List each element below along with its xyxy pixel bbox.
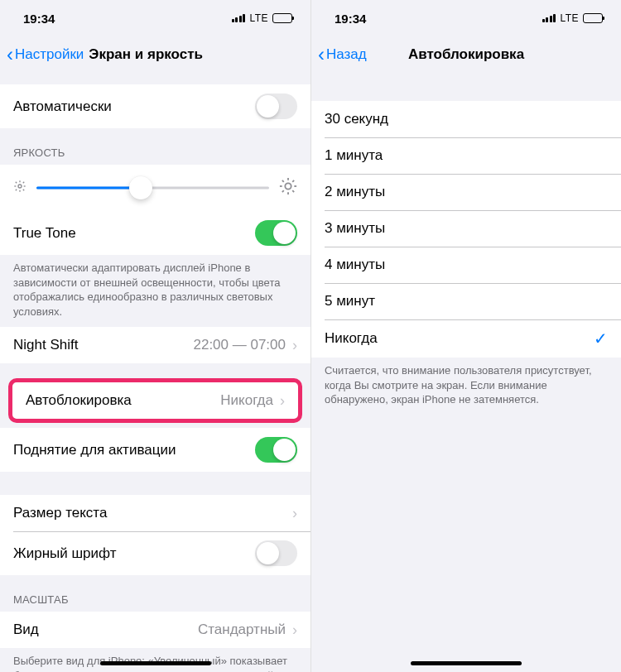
option-label: 4 минуты xyxy=(325,257,385,273)
row-view[interactable]: Вид Стандартный › xyxy=(0,612,310,648)
sun-large-icon xyxy=(279,177,297,199)
row-value: Стандартный xyxy=(198,622,286,638)
content: Автоматически ЯРКОСТЬ True Tone xyxy=(0,73,310,672)
row-value: 22:00 — 07:00 xyxy=(193,337,286,353)
group-header-brightness: ЯРКОСТЬ xyxy=(0,128,310,165)
footer-autolock: Считается, что внимание пользователя при… xyxy=(311,358,621,415)
group-night-shift: Night Shift 22:00 — 07:00 › xyxy=(0,327,310,363)
footer-true-tone: Автоматически адаптировать дисплей iPhon… xyxy=(0,255,310,327)
toggle-raise-to-wake[interactable] xyxy=(255,437,297,463)
row-label: True Tone xyxy=(13,225,76,242)
back-label: Настройки xyxy=(15,46,84,63)
group-autolock-options: 30 секунд1 минута2 минуты3 минуты4 минут… xyxy=(311,101,621,358)
row-true-tone[interactable]: True Tone xyxy=(0,211,310,255)
option-row[interactable]: 30 секунд xyxy=(311,101,621,137)
svg-line-16 xyxy=(282,190,284,192)
option-row[interactable]: 1 минута xyxy=(311,137,621,174)
row-value: Никогда xyxy=(220,392,273,409)
option-label: Никогда xyxy=(325,330,378,347)
battery-icon xyxy=(272,13,292,23)
status-time: 19:34 xyxy=(23,12,55,26)
svg-line-12 xyxy=(282,180,284,182)
group-brightness: True Tone xyxy=(0,165,310,255)
chevron-left-icon: ‹ xyxy=(7,45,13,65)
group-text: Размер текста › Жирный шрифт xyxy=(0,495,310,575)
brightness-slider[interactable] xyxy=(36,176,269,199)
network-label: LTE xyxy=(249,12,268,24)
chevron-right-icon: › xyxy=(292,505,297,522)
home-indicator[interactable] xyxy=(411,661,522,665)
checkmark-icon: ✓ xyxy=(594,329,608,348)
chevron-right-icon: › xyxy=(292,622,297,639)
status-bar: 19:34 LTE xyxy=(0,0,310,36)
status-time: 19:34 xyxy=(335,12,366,26)
option-row[interactable]: Никогда✓ xyxy=(311,319,621,358)
option-label: 1 минута xyxy=(325,147,383,164)
option-row[interactable]: 2 минуты xyxy=(311,174,621,210)
option-row[interactable]: 4 минуты xyxy=(311,247,621,283)
option-label: 2 минуты xyxy=(325,184,385,200)
svg-point-0 xyxy=(18,185,22,188)
sun-small-icon xyxy=(13,180,26,196)
back-button[interactable]: ‹ Назад xyxy=(318,45,367,65)
status-right: LTE xyxy=(232,12,292,24)
group-raise: Поднятие для активации xyxy=(0,428,310,472)
row-night-shift[interactable]: Night Shift 22:00 — 07:00 › xyxy=(0,327,310,363)
nav-bar: ‹ Назад Автоблокировка xyxy=(311,36,621,73)
svg-line-13 xyxy=(292,190,294,192)
home-indicator[interactable] xyxy=(100,661,211,665)
row-label: Автоматически xyxy=(13,98,112,115)
signal-icon xyxy=(232,14,246,22)
option-label: 30 секунд xyxy=(325,111,388,127)
screen-display-brightness: 19:34 LTE ‹ Настройки Экран и яркость Ав… xyxy=(0,0,310,672)
svg-line-17 xyxy=(292,180,294,182)
row-label: Вид xyxy=(13,622,39,638)
row-bold-text[interactable]: Жирный шрифт xyxy=(0,531,310,575)
nav-bar: ‹ Настройки Экран и яркость xyxy=(0,36,310,73)
footer-view: Выберите вид для iPhone: «Увеличенный» п… xyxy=(0,648,310,672)
group-header-zoom: МАСШТАБ xyxy=(0,575,310,612)
status-bar: 19:34 LTE xyxy=(311,0,621,36)
group-zoom: Вид Стандартный › xyxy=(0,612,310,648)
status-right: LTE xyxy=(542,12,603,24)
toggle-true-tone[interactable] xyxy=(255,220,297,246)
row-label: Поднятие для активации xyxy=(13,442,176,458)
option-row[interactable]: 5 минут xyxy=(311,283,621,319)
chevron-right-icon: › xyxy=(280,392,285,410)
option-label: 3 минуты xyxy=(325,220,385,237)
row-label: Автоблокировка xyxy=(26,392,132,409)
back-label: Назад xyxy=(326,46,367,63)
page-title: Экран и яркость xyxy=(89,46,203,63)
svg-line-8 xyxy=(23,182,24,183)
chevron-right-icon: › xyxy=(292,337,297,354)
network-label: LTE xyxy=(560,12,579,24)
back-button[interactable]: ‹ Настройки xyxy=(7,45,84,65)
row-text-size[interactable]: Размер текста › xyxy=(0,495,310,531)
row-label: Жирный шрифт xyxy=(13,545,116,562)
toggle-auto-appearance[interactable] xyxy=(255,94,297,119)
row-raise-to-wake[interactable]: Поднятие для активации xyxy=(0,428,310,472)
screen-auto-lock: 19:34 LTE ‹ Назад Автоблокировка 30 секу… xyxy=(310,0,621,672)
svg-line-7 xyxy=(16,190,17,190)
battery-icon xyxy=(583,13,603,23)
content: 30 секунд1 минута2 минуты3 минуты4 минут… xyxy=(311,73,621,672)
svg-line-3 xyxy=(16,182,17,183)
row-label: Night Shift xyxy=(13,337,78,353)
page-title: Автоблокировка xyxy=(408,46,524,63)
row-auto-appearance[interactable]: Автоматически xyxy=(0,84,310,128)
option-label: 5 минут xyxy=(325,293,375,310)
toggle-bold-text[interactable] xyxy=(255,540,297,566)
highlight-autolock: Автоблокировка Никогда › xyxy=(8,378,302,423)
row-auto-lock[interactable]: Автоблокировка Никогда › xyxy=(12,382,298,419)
row-brightness-slider[interactable] xyxy=(0,165,310,211)
chevron-left-icon: ‹ xyxy=(318,45,325,65)
row-label: Размер текста xyxy=(13,505,107,521)
svg-point-9 xyxy=(285,183,291,189)
group-appearance-auto: Автоматически xyxy=(0,84,310,128)
option-row[interactable]: 3 минуты xyxy=(311,210,621,247)
svg-line-4 xyxy=(23,190,24,190)
signal-icon xyxy=(542,14,556,22)
